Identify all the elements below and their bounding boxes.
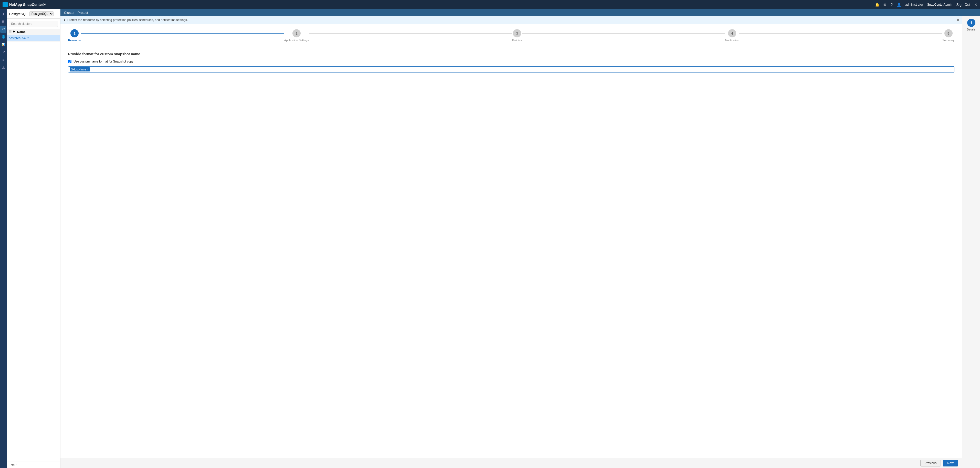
breadcrumb: Cluster - Protect bbox=[60, 9, 980, 16]
step-3-label: Policies bbox=[512, 39, 522, 42]
col-icons: ☰ ⚑ bbox=[9, 30, 16, 34]
step-1: 1 Resource bbox=[68, 29, 81, 42]
app-logo: NetApp SnapCenter® bbox=[3, 2, 46, 7]
form-title: Provide format for custom snapshot name bbox=[68, 52, 955, 56]
details-panel-wrapper: ℹ Protect the resource by selecting prot… bbox=[60, 16, 980, 468]
step-1-label: Resource bbox=[68, 39, 81, 42]
wizard-content: 1 Resource 2 Application Settings bbox=[60, 24, 962, 458]
step-5: 5 Summary bbox=[942, 29, 955, 42]
main-layout: ❯ ⊞ 🛡 🌐 📊 ⎇ ≡ ⚠ PostgreSQL PostgreSQL ☰ … bbox=[0, 9, 980, 468]
step-1-circle[interactable]: 1 bbox=[70, 29, 79, 37]
step-4-label: Notification bbox=[725, 39, 739, 42]
step-4-circle[interactable]: 4 bbox=[728, 29, 736, 37]
sidebar-item-topology[interactable]: ⎇ bbox=[0, 49, 6, 56]
sidebar-icons: ❯ ⊞ 🛡 🌐 📊 ⎇ ≡ ⚠ bbox=[0, 9, 7, 468]
token-value: $HostName bbox=[71, 68, 86, 71]
info-icon: ℹ bbox=[64, 18, 65, 22]
sidebar-expand-button[interactable]: ❯ bbox=[0, 10, 6, 18]
sidebar-item-logs[interactable]: ≡ bbox=[0, 56, 6, 64]
sidebar-item-globe[interactable]: 🌐 bbox=[0, 33, 6, 40]
app-title: NetApp SnapCenter® bbox=[9, 3, 46, 7]
row-name-text: postgres_5432 bbox=[9, 37, 29, 40]
details-icon: ℹ bbox=[967, 19, 975, 27]
signout-button[interactable]: Sign Out bbox=[956, 3, 970, 7]
resource-table-header: ☰ ⚑ Name bbox=[7, 29, 60, 35]
db-type-label: PostgreSQL bbox=[9, 12, 27, 16]
user-name: administrator bbox=[905, 3, 923, 6]
connector-1-2 bbox=[81, 33, 284, 33]
step-4: 4 Notification bbox=[725, 29, 739, 42]
step-2-label: Application Settings bbox=[284, 39, 309, 42]
custom-name-checkbox[interactable] bbox=[68, 60, 72, 63]
step-5-circle[interactable]: 5 bbox=[944, 29, 953, 37]
previous-button[interactable]: Previous bbox=[920, 460, 941, 466]
search-box bbox=[9, 21, 58, 27]
stepper: 1 Resource 2 Application Settings bbox=[68, 29, 955, 42]
navbar-left: NetApp SnapCenter® bbox=[3, 2, 46, 7]
snapshot-name-input[interactable] bbox=[90, 68, 953, 71]
step-2: 2 Application Settings bbox=[284, 29, 309, 42]
user-icon: 👤 bbox=[897, 3, 901, 7]
resource-footer: Total 1 bbox=[7, 462, 60, 468]
step-2-circle[interactable]: 2 bbox=[293, 29, 301, 37]
info-message: Protect the resource by selecting protec… bbox=[67, 18, 188, 22]
step-3: 3 Policies bbox=[512, 29, 522, 42]
connector-3-4 bbox=[522, 33, 725, 33]
form-section: Provide format for custom snapshot name … bbox=[68, 49, 955, 75]
info-close-button[interactable]: ✕ bbox=[956, 18, 959, 22]
col-name-header: Name bbox=[17, 30, 25, 34]
sidebar-item-alerts[interactable]: ⚠ bbox=[0, 64, 6, 71]
connector-4-5 bbox=[739, 33, 942, 33]
checkbox-row: Use custom name format for Snapshot copy bbox=[68, 60, 955, 63]
flag-icon: ⚑ bbox=[13, 30, 16, 34]
total-count-label: Total 1 bbox=[9, 463, 18, 466]
right-details-panel: ℹ Details bbox=[962, 16, 980, 468]
admin-name: SnapCenterAdmin bbox=[927, 3, 952, 6]
message-icon[interactable]: ✉ bbox=[883, 3, 886, 7]
logo-icon bbox=[3, 2, 8, 7]
hostname-token[interactable]: $HostName × bbox=[70, 67, 90, 72]
protect-panel: ℹ Protect the resource by selecting prot… bbox=[60, 16, 962, 468]
close-app-button[interactable]: ✕ bbox=[974, 3, 977, 7]
sidebar-item-dashboard[interactable]: ⊞ bbox=[0, 18, 6, 25]
step-5-label: Summary bbox=[942, 39, 955, 42]
details-label: Details bbox=[967, 28, 976, 31]
top-navbar: NetApp SnapCenter® 🔔 ✉ ? 👤 administrator… bbox=[0, 0, 980, 9]
info-bar: ℹ Protect the resource by selecting prot… bbox=[60, 16, 962, 24]
sidebar-item-reports[interactable]: 📊 bbox=[0, 41, 6, 48]
sidebar-item-protection[interactable]: 🛡 bbox=[0, 25, 6, 33]
token-close-icon[interactable]: × bbox=[87, 68, 89, 71]
token-input-row[interactable]: $HostName × bbox=[68, 66, 955, 73]
content-area: Cluster - Protect ℹ Protect the resource… bbox=[60, 9, 980, 468]
navbar-right: 🔔 ✉ ? 👤 administrator SnapCenterAdmin Si… bbox=[875, 3, 977, 7]
list-icon: ☰ bbox=[9, 30, 12, 34]
notification-icon[interactable]: 🔔 bbox=[875, 3, 879, 7]
search-input[interactable] bbox=[9, 21, 58, 27]
help-icon[interactable]: ? bbox=[891, 3, 892, 7]
custom-name-label[interactable]: Use custom name format for Snapshot copy bbox=[73, 60, 134, 63]
resource-panel-header: PostgreSQL PostgreSQL bbox=[7, 9, 60, 19]
details-icon-area[interactable]: ℹ Details bbox=[967, 19, 976, 31]
db-type-select[interactable]: PostgreSQL bbox=[29, 11, 54, 16]
next-button[interactable]: Next bbox=[943, 460, 958, 466]
bottom-bar: Previous Next bbox=[60, 458, 962, 468]
step-3-circle[interactable]: 3 bbox=[513, 29, 521, 37]
connector-2-3 bbox=[309, 33, 512, 33]
resource-panel: PostgreSQL PostgreSQL ☰ ⚑ Name postgres_… bbox=[7, 9, 60, 468]
resource-row[interactable]: postgres_5432 bbox=[7, 35, 60, 41]
